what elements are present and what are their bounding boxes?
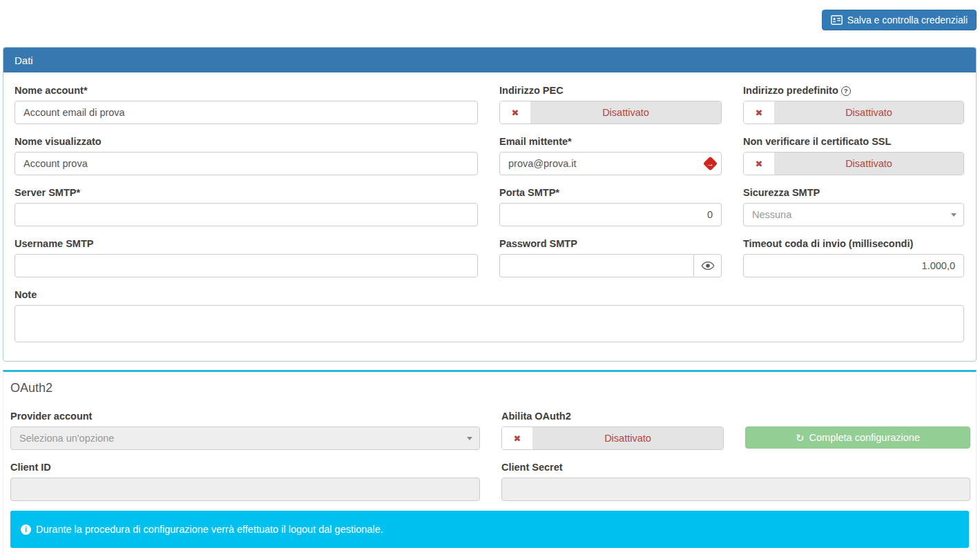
- provider-account-select[interactable]: Seleziona un'opzione: [10, 426, 480, 450]
- indirizzo-predefinito-toggle[interactable]: ✖ Disattivato: [743, 101, 964, 124]
- field-username-smtp: Username SMTP: [15, 237, 478, 277]
- completa-configurazione-wrap: ↻ Completa configurazione: [745, 409, 970, 450]
- password-smtp-input[interactable]: [499, 254, 693, 277]
- x-icon: ✖: [744, 101, 774, 124]
- sicurezza-smtp-selected-value: Nessuna: [752, 209, 791, 220]
- note-textarea[interactable]: [15, 305, 964, 342]
- email-mittente-label: Email mittente*: [499, 135, 722, 148]
- email-mittente-input[interactable]: [499, 152, 722, 175]
- completa-configurazione-label: Completa configurazione: [809, 432, 920, 443]
- indirizzo-pec-toggle-state: Disattivato: [530, 101, 721, 124]
- oauth2-info-alert: i Durante la procedura di configurazione…: [10, 511, 969, 548]
- red-diamond-arrow-icon: →: [703, 156, 718, 170]
- chevron-down-icon: [467, 437, 472, 440]
- x-icon: ✖: [500, 101, 530, 124]
- address-card-icon: [831, 15, 843, 25]
- field-timeout: Timeout coda di invio (millisecondi): [743, 237, 964, 277]
- indirizzo-pec-label: Indirizzo PEC: [499, 84, 722, 97]
- x-icon: ✖: [502, 427, 532, 449]
- server-smtp-label: Server SMTP*: [15, 186, 478, 199]
- note-label: Note: [15, 288, 964, 302]
- chevron-down-icon: [951, 213, 957, 217]
- show-password-button[interactable]: [693, 254, 722, 277]
- info-circle-icon: i: [21, 524, 31, 535]
- field-porta-smtp: Porta SMTP*: [499, 186, 722, 226]
- abilita-oauth2-toggle[interactable]: ✖ Disattivato: [501, 426, 724, 450]
- sicurezza-smtp-select[interactable]: Nessuna: [743, 203, 964, 226]
- abilita-oauth2-label: Abilita OAuth2: [501, 409, 724, 423]
- non-verificare-ssl-toggle[interactable]: ✖ Disattivato: [743, 152, 964, 175]
- oauth2-title: OAuth2: [10, 381, 969, 395]
- indirizzo-predefinito-label: Indirizzo predefinito?: [743, 84, 964, 97]
- non-verificare-ssl-label: Non verificare il certificato SSL: [743, 135, 964, 148]
- field-provider-account: Provider account Seleziona un'opzione: [10, 409, 480, 450]
- porta-smtp-input[interactable]: [499, 203, 722, 226]
- x-icon: ✖: [744, 153, 774, 175]
- toolbar: Salva e controlla credenziali: [0, 0, 980, 37]
- nome-visualizzato-label: Nome visualizzato: [15, 135, 478, 148]
- arrow-glyph: →: [705, 159, 715, 169]
- field-client-secret: Client Secret: [501, 460, 970, 501]
- save-button-label: Salva e controlla credenziali: [847, 14, 968, 26]
- nome-account-input[interactable]: [15, 101, 478, 124]
- eye-icon: [701, 261, 715, 271]
- server-smtp-input[interactable]: [15, 203, 478, 226]
- field-sicurezza-smtp: Sicurezza SMTP Nessuna: [743, 186, 964, 226]
- abilita-oauth2-toggle-state: Disattivato: [532, 427, 723, 449]
- completa-configurazione-button[interactable]: ↻ Completa configurazione: [745, 426, 970, 449]
- indirizzo-pec-toggle[interactable]: ✖ Disattivato: [499, 101, 722, 124]
- provider-account-label: Provider account: [10, 409, 480, 423]
- question-circle-icon[interactable]: ?: [841, 86, 851, 96]
- field-client-id: Client ID: [10, 460, 480, 501]
- nome-account-label: Nome account*: [15, 84, 478, 97]
- field-nome-account: Nome account*: [15, 84, 478, 124]
- client-secret-input[interactable]: [501, 478, 970, 501]
- indirizzo-predefinito-toggle-state: Disattivato: [774, 101, 963, 124]
- nome-visualizzato-input[interactable]: [15, 152, 478, 175]
- field-indirizzo-predefinito: Indirizzo predefinito? ✖ Disattivato: [743, 84, 964, 124]
- field-password-smtp: Password SMTP: [499, 237, 722, 277]
- client-id-input[interactable]: [10, 478, 480, 501]
- refresh-icon: ↻: [796, 433, 805, 443]
- dati-panel-title: Dati: [3, 48, 976, 72]
- oauth2-info-message: Durante la procedura di configurazione v…: [36, 524, 383, 535]
- password-smtp-label: Password SMTP: [499, 237, 722, 251]
- provider-account-placeholder: Seleziona un'opzione: [19, 433, 114, 444]
- oauth2-section: OAuth2 Provider account Seleziona un'opz…: [3, 370, 977, 555]
- client-id-label: Client ID: [10, 460, 480, 474]
- non-verificare-ssl-toggle-state: Disattivato: [774, 153, 963, 175]
- timeout-input[interactable]: [743, 254, 964, 277]
- save-check-credentials-button[interactable]: Salva e controlla credenziali: [822, 10, 977, 30]
- field-note: Note: [15, 288, 964, 344]
- timeout-label: Timeout coda di invio (millisecondi): [743, 237, 964, 251]
- username-smtp-label: Username SMTP: [15, 237, 478, 251]
- dati-panel: Dati Nome account* Indirizzo PEC ✖ Disat…: [3, 47, 977, 362]
- field-abilita-oauth2: Abilita OAuth2 ✖ Disattivato: [501, 409, 724, 450]
- indirizzo-predefinito-label-text: Indirizzo predefinito: [743, 85, 838, 96]
- field-nome-visualizzato: Nome visualizzato: [15, 135, 478, 175]
- sicurezza-smtp-label: Sicurezza SMTP: [743, 186, 964, 199]
- field-indirizzo-pec: Indirizzo PEC ✖ Disattivato: [499, 84, 722, 124]
- field-email-mittente: Email mittente* →: [499, 135, 722, 175]
- client-secret-label: Client Secret: [501, 460, 970, 474]
- porta-smtp-label: Porta SMTP*: [499, 186, 722, 199]
- field-non-verificare-ssl: Non verificare il certificato SSL ✖ Disa…: [743, 135, 964, 175]
- field-server-smtp: Server SMTP*: [15, 186, 478, 226]
- username-smtp-input[interactable]: [15, 254, 478, 277]
